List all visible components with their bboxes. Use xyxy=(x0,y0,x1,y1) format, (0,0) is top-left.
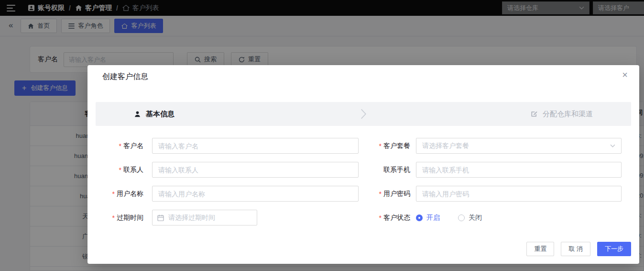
field-label-password: * 用户密码 xyxy=(359,190,410,198)
field-label-text: 客户套餐 xyxy=(383,142,410,150)
step-label: 分配仓库和渠道 xyxy=(543,110,593,119)
field-label-expire-time: * 过期时间 xyxy=(87,214,143,222)
required-asterisk: * xyxy=(119,166,121,174)
radio-unselected-icon xyxy=(458,215,465,221)
field-label-username: * 用户名称 xyxy=(87,190,143,198)
required-asterisk: * xyxy=(379,142,382,150)
cancel-button[interactable]: 取 消 xyxy=(561,242,590,256)
customer-plan-select[interactable]: 请选择客户套餐 xyxy=(416,138,622,154)
customer-name-input[interactable] xyxy=(152,138,359,154)
radio-label: 开启 xyxy=(426,214,440,222)
radio-status-off[interactable]: 关闭 xyxy=(458,214,482,222)
step-basic-info: 基本信息 xyxy=(134,110,175,119)
field-label-contact: * 联系人 xyxy=(87,166,143,174)
required-asterisk: * xyxy=(112,190,115,198)
field-label-text: 用户名称 xyxy=(117,190,143,198)
radio-status-on[interactable]: 开启 xyxy=(416,214,440,222)
field-label-text: 联系手机 xyxy=(383,166,410,174)
required-asterisk: * xyxy=(112,214,115,222)
edit-icon xyxy=(530,110,538,118)
username-input[interactable] xyxy=(152,186,359,202)
next-step-button[interactable]: 下一步 xyxy=(597,242,631,256)
expire-time-date-picker[interactable]: 请选择过期时间 xyxy=(152,210,257,226)
step-label: 基本信息 xyxy=(146,110,175,119)
required-asterisk: * xyxy=(119,142,121,150)
basic-info-form: * 客户名 * 客户套餐 请选择客户套餐 xyxy=(87,138,639,234)
customer-plan-placeholder: 请选择客户套餐 xyxy=(422,142,469,150)
calendar-icon xyxy=(157,215,164,221)
field-label-text: 联系人 xyxy=(123,166,143,174)
modal-footer: 重置 取 消 下一步 xyxy=(526,242,631,256)
radio-label: 关闭 xyxy=(469,214,482,222)
field-label-text: 客户名 xyxy=(123,142,143,150)
expire-time-placeholder: 请选择过期时间 xyxy=(168,214,215,222)
field-label-customer-plan: * 客户套餐 xyxy=(359,142,410,150)
field-label-text: 过期时间 xyxy=(117,214,143,222)
chevron-down-icon xyxy=(610,144,615,147)
contact-input[interactable] xyxy=(152,162,359,178)
close-icon[interactable]: × xyxy=(622,70,628,79)
modal-title: 创建客户信息 xyxy=(102,72,148,82)
field-label-status: * 客户状态 xyxy=(359,214,410,222)
step-assign-warehouse-channel: 分配仓库和渠道 xyxy=(530,110,593,119)
field-label-customer-name: * 客户名 xyxy=(87,142,143,150)
contact-phone-input[interactable] xyxy=(416,162,622,178)
password-input[interactable] xyxy=(416,186,622,202)
chevron-right-icon xyxy=(360,108,367,120)
app-window: 账号权限 / 客户管理 / 客户列表 请选择仓库 xyxy=(0,0,644,271)
required-asterisk: * xyxy=(379,190,382,198)
required-asterisk: * xyxy=(379,214,382,222)
steps-bar: 基本信息 分配仓库和渠道 xyxy=(96,102,631,126)
create-customer-modal: 创建客户信息 × 基本信息 分配仓库和渠道 xyxy=(87,65,639,264)
user-icon xyxy=(134,111,141,118)
field-label-contact-phone: 联系手机 xyxy=(359,166,410,174)
customer-status-radio-group: 开启 关闭 xyxy=(416,214,622,222)
radio-selected-icon xyxy=(416,215,423,221)
reset-button[interactable]: 重置 xyxy=(526,242,554,256)
field-label-text: 客户状态 xyxy=(383,214,410,222)
field-label-text: 用户密码 xyxy=(383,190,410,198)
